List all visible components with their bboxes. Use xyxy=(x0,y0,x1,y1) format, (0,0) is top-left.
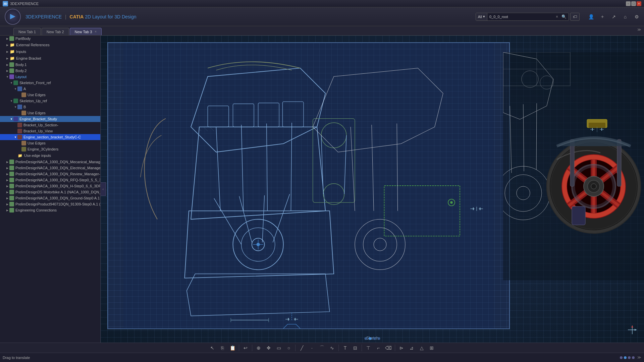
tree-item-item-b[interactable]: ▼ B xyxy=(0,104,100,110)
share-icon-button[interactable]: ↗ xyxy=(609,12,619,21)
maximize-button[interactable]: □ xyxy=(631,1,636,6)
label-use-edge-inputs: Use-edge inputs xyxy=(24,154,51,158)
tree-item-engine-bracket-study[interactable]: ▼ Engine_Bracket_Study xyxy=(0,116,100,122)
spline-tool-button[interactable]: ∿ xyxy=(328,344,336,352)
search-box: All ▾ × 🔍 xyxy=(476,13,569,21)
expand-ext-refs[interactable]: ▶ xyxy=(5,43,9,47)
expand-inputs[interactable]: ▶ xyxy=(5,50,9,54)
expand-body2[interactable]: ▶ xyxy=(5,69,9,73)
triangle-tool-button[interactable]: △ xyxy=(417,344,426,352)
tree-item-bracket-up-section[interactable]: Bracket_Up_Section- xyxy=(0,122,100,128)
tree-item-layout[interactable]: ▼ Layout xyxy=(0,74,100,80)
expand-prelim5[interactable]: ▶ xyxy=(5,184,9,188)
tree-item-body1[interactable]: ▶ Body.1 xyxy=(0,62,100,68)
tab-1[interactable]: New Tab 1 xyxy=(13,28,41,35)
tab-3-close[interactable]: × xyxy=(95,30,97,34)
fillet-tool-button[interactable]: ⌐ xyxy=(374,344,383,352)
erase-tool-button[interactable]: ⌫ xyxy=(384,344,393,352)
status-dot-3 xyxy=(628,356,631,359)
expand-prelim6[interactable]: ▶ xyxy=(5,190,9,194)
tree-item-eng-conn[interactable]: ▶ Engineering Connections xyxy=(0,207,100,213)
minimize-button[interactable]: − xyxy=(626,1,631,6)
tree-item-inputs[interactable]: ▶ 📁 Inputs xyxy=(0,48,100,55)
expand-eng-conn[interactable]: ▶ xyxy=(5,208,9,212)
mirror-tool-button[interactable]: ⊤ xyxy=(364,344,373,352)
close-button[interactable]: × xyxy=(637,1,641,6)
settings-icon-button[interactable]: ⚙ xyxy=(632,12,641,21)
search-clear-icon[interactable]: × xyxy=(554,14,559,19)
constraint-tool-button[interactable]: ⊞ xyxy=(427,344,436,352)
undo-tool-button[interactable]: ↩ xyxy=(241,344,250,352)
tree-item-ext-refs[interactable]: ▶ 📁 External References xyxy=(0,42,100,48)
icon-body1 xyxy=(9,62,14,67)
tree-item-use-edges-2[interactable]: Use Edges xyxy=(0,110,100,116)
tree-item-prelim2[interactable]: ▶ PrelimDesignNACA_1000_DQN_Electrical_M… xyxy=(0,165,100,171)
tree-item-prelim1[interactable]: ▶ PrelimDesignNACA_1000_DQN_Mecanical_Ma… xyxy=(0,159,100,165)
tree-item-prelim8[interactable]: ▶ PrelimDesignProduct94071DQN_91309-Step… xyxy=(0,201,100,207)
drawing-area[interactable] xyxy=(107,42,510,329)
tree-item-engine-bracket[interactable]: ▶ 📁 Engine Bracket xyxy=(0,55,100,62)
tree-item-skel-front[interactable]: ▼ Skeleton_Front_ref xyxy=(0,80,100,86)
paste-tool-button[interactable]: 📋 xyxy=(228,344,237,352)
add-icon-button[interactable]: ＋ xyxy=(598,12,607,21)
expand-prelim7[interactable]: ▶ xyxy=(5,196,9,200)
svg-point-30 xyxy=(450,201,453,204)
tree-item-engine-3cyl[interactable]: Engine_3Cylinders xyxy=(0,146,100,152)
tree-item-use-edges-1[interactable]: Use Edges xyxy=(0,92,100,98)
cursor-tool-button[interactable]: ↖ xyxy=(208,344,217,352)
line-tool-button[interactable]: ╱ xyxy=(298,344,306,352)
chamfer-tool-button[interactable]: ⊿ xyxy=(407,344,416,352)
expand-prelim4[interactable]: ▶ xyxy=(5,178,9,182)
expand-prelim1[interactable]: ▶ xyxy=(5,160,9,164)
tree-item-skel-up[interactable]: ▼ Skeleton_Up_ref xyxy=(0,98,100,104)
trim-tool-button[interactable]: ⊟ xyxy=(351,344,360,352)
expand-engine-bracket-study[interactable]: ▼ xyxy=(9,117,13,121)
label-prelim5: PrelimDesignNACA_1000_DQN_H-Step0_6_6_3D… xyxy=(15,184,101,188)
tree-item-prelim6[interactable]: ▶ PrelimDesignDS Motorbike A.1 (NACA_100… xyxy=(0,189,100,195)
move-tool-button[interactable]: ✥ xyxy=(264,344,273,352)
tree-item-body2[interactable]: ▶ Body.2 xyxy=(0,68,100,74)
search-go-icon[interactable]: 🔍 xyxy=(559,14,569,19)
expand-item-b[interactable]: ▼ xyxy=(13,105,17,109)
expand-engine-bracket[interactable]: ▶ xyxy=(5,56,9,60)
search-filter-dropdown[interactable]: All ▾ xyxy=(476,13,487,20)
tag-button[interactable]: 🏷 xyxy=(570,13,580,21)
expand-skel-up[interactable]: ▼ xyxy=(9,99,13,103)
select-tool-button[interactable]: ⊕ xyxy=(254,344,263,352)
expand-prelim2[interactable]: ▶ xyxy=(5,166,9,170)
tabbar-collapse[interactable]: ≫ xyxy=(637,27,641,32)
copy-tool-button[interactable]: ⎘ xyxy=(218,344,227,352)
main-header: 3DEXPERIENCE | CATIA 2D Layout for 3D De… xyxy=(0,7,644,26)
rect-tool-button[interactable]: ▭ xyxy=(274,344,283,352)
expand-prelim8[interactable]: ▶ xyxy=(5,202,9,206)
viewport[interactable]: ‹ xyxy=(101,36,644,343)
expand-item-a[interactable]: ▼ xyxy=(13,87,17,91)
tree-item-prelim4[interactable]: ▶ PrelimDesignNACA_1000_DQN_RFQ-Step0_5_… xyxy=(0,177,100,183)
expand-partbody[interactable]: ▶ xyxy=(5,37,9,41)
tree-item-bracket-up-view[interactable]: Bracket_Up_View xyxy=(0,128,100,134)
home-icon-button[interactable]: ⌂ xyxy=(621,12,630,21)
offset-tool-button[interactable]: ⊳ xyxy=(397,344,406,352)
tree-item-use-edge-inputs[interactable]: 📁 Use-edge inputs xyxy=(0,152,100,159)
point-tool-button[interactable]: · xyxy=(308,344,316,352)
expand-layout[interactable]: ▼ xyxy=(5,75,9,79)
text-tool-button[interactable]: T xyxy=(341,344,350,352)
expand-engine-section-bracket[interactable]: ▼ xyxy=(13,135,17,139)
tree-item-prelim5[interactable]: ▶ PrelimDesignNACA_1000_DQN_H-Step0_6_6_… xyxy=(0,183,100,189)
tree-item-engine-section-bracket[interactable]: ▼ Engine_section_bracket_StudyC-C xyxy=(0,134,100,140)
tree-item-prelim3[interactable]: ▶ PrelimDesignNACA_1000_DQN_Review_Manag… xyxy=(0,171,100,177)
arc-tool-button[interactable]: ⌒ xyxy=(318,344,326,352)
tab-3[interactable]: New Tab 3 × xyxy=(70,28,102,35)
search-input[interactable] xyxy=(487,15,554,19)
user-icon-button[interactable]: 👤 xyxy=(586,12,596,21)
tree-item-prelim7[interactable]: ▶ PrelimDesignNACA_1000_DQN_Ground-Step0… xyxy=(0,195,100,201)
tab-2[interactable]: New Tab 2 xyxy=(42,28,69,35)
expand-body1[interactable]: ▶ xyxy=(5,63,9,67)
tree-item-item-a[interactable]: ▼ A xyxy=(0,86,100,92)
expand-skel-front[interactable]: ▼ xyxy=(9,81,13,85)
tree-item-partbody[interactable]: ▶ PartBody xyxy=(0,36,100,42)
sidebar-collapse-handle[interactable]: ‹ xyxy=(101,182,106,196)
tree-item-use-edges-3[interactable]: Use Edges xyxy=(0,140,100,146)
circle-tool-button[interactable]: ○ xyxy=(284,344,293,352)
expand-prelim3[interactable]: ▶ xyxy=(5,172,9,176)
